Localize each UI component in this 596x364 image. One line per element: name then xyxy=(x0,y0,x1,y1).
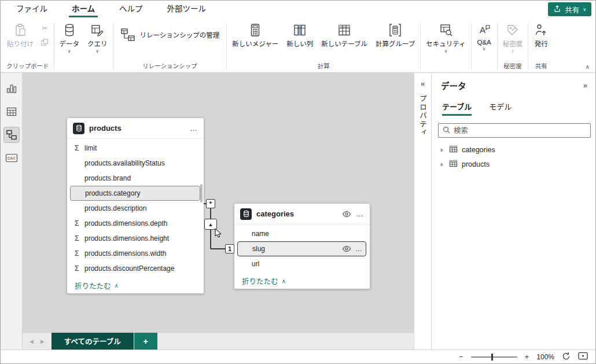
qa-label: Q&A xyxy=(477,39,491,46)
sigma-icon: Σ xyxy=(75,264,84,273)
powerbi-window: ファイル ホーム ヘルプ 外部ツール 共有 ∨ 貼り付け ✂ クリップボード xyxy=(0,0,596,364)
table-title: categories xyxy=(256,209,337,218)
dax-query-view-icon[interactable]: DAX xyxy=(4,150,19,166)
ribbon-group-qa: A Q&A ∨ xyxy=(473,19,496,72)
field-row[interactable]: Σ products.dimensions.height xyxy=(67,231,204,246)
search-box[interactable] xyxy=(438,123,591,138)
table-badge-icon xyxy=(240,208,252,220)
ribbon: 貼り付け ✂ クリップボード データ ∨ クエリ ∨ xyxy=(1,18,595,73)
chevron-expand-icon[interactable]: › xyxy=(440,145,445,154)
more-options-icon[interactable]: … xyxy=(356,209,364,218)
tab-tables[interactable]: テーブル xyxy=(442,101,472,116)
new-measure-button[interactable]: 新しいメジャー xyxy=(228,20,282,49)
collapse-ribbon-icon[interactable]: ∧ xyxy=(586,64,590,70)
chevron-expand-icon[interactable]: › xyxy=(440,160,445,168)
eye-icon[interactable] xyxy=(342,211,351,218)
menu-file[interactable]: ファイル xyxy=(4,1,60,18)
field-row[interactable]: Σ products.dimensions.width xyxy=(67,246,204,261)
products-card-header[interactable]: products … xyxy=(67,118,204,139)
query-edit-icon xyxy=(90,23,105,38)
expand-properties-icon[interactable]: « xyxy=(421,80,425,87)
next-tab-icon[interactable]: ▶ xyxy=(41,339,45,344)
data-pane-tabs: テーブル モデル xyxy=(432,94,595,116)
new-table-icon xyxy=(337,23,352,38)
calculation-group-label: 計算グループ xyxy=(376,39,415,48)
field-row[interactable]: products.availabilityStatus xyxy=(67,156,204,171)
field-name: slug xyxy=(252,245,342,253)
ribbon-group-security: セキュリティ ∨ xyxy=(422,19,469,72)
collapse-card-link[interactable]: 折りたたむ ∧ xyxy=(234,273,370,289)
view-switcher: DAX xyxy=(1,73,23,350)
zoom-level: 100% xyxy=(536,353,554,361)
tree-item-label: products xyxy=(462,160,490,168)
new-column-button[interactable]: 新しい列 xyxy=(282,20,317,49)
security-label: セキュリティ xyxy=(426,39,465,48)
menu-external-tools[interactable]: 外部ツール xyxy=(155,1,219,18)
publish-button[interactable]: 発行 xyxy=(529,20,553,49)
fit-to-screen-icon[interactable] xyxy=(578,352,588,362)
calculation-group-button[interactable]: 計算グループ xyxy=(371,20,419,49)
field-row[interactable]: Σ products.dimensions.depth xyxy=(67,216,204,231)
data-button[interactable]: データ ∨ xyxy=(56,20,84,54)
cut-icon[interactable]: ✂ xyxy=(40,24,49,33)
qa-button[interactable]: A Q&A ∨ xyxy=(473,20,496,52)
field-row[interactable]: name xyxy=(234,226,370,241)
zoom-out-button[interactable]: − xyxy=(459,352,463,361)
categories-table-card[interactable]: categories … name slug … xyxy=(234,204,370,289)
query-label: クエリ xyxy=(87,39,108,48)
ribbon-group-sensitivity: 秘密度 ∨ 秘密度 xyxy=(499,19,527,72)
share-icon xyxy=(553,5,561,14)
menu-home[interactable]: ホーム xyxy=(60,1,107,18)
card-scrollbar[interactable] xyxy=(200,184,203,203)
zoom-in-button[interactable]: + xyxy=(525,352,529,361)
more-options-icon[interactable]: … xyxy=(190,124,198,133)
field-row[interactable]: products.brand xyxy=(67,171,204,186)
field-row-selected[interactable]: slug … xyxy=(237,241,366,256)
sigma-icon: Σ xyxy=(75,144,84,152)
ribbon-separator xyxy=(528,23,528,69)
tree-item-categories[interactable]: › categories xyxy=(432,142,595,157)
field-row-selected[interactable]: products.category xyxy=(70,186,200,201)
security-button[interactable]: セキュリティ ∨ xyxy=(422,20,469,54)
chevron-up-icon: ∧ xyxy=(115,282,119,289)
categories-card-header[interactable]: categories … xyxy=(234,204,370,225)
tab-model[interactable]: モデル xyxy=(489,101,512,116)
ribbon-separator xyxy=(54,23,54,69)
field-row[interactable]: products.description xyxy=(67,201,204,216)
model-canvas[interactable]: products … Σ limit products.availability… xyxy=(23,73,414,332)
search-input[interactable] xyxy=(454,127,586,135)
data-label: データ xyxy=(60,39,80,48)
share-button[interactable]: 共有 ∨ xyxy=(548,2,591,16)
field-name: name xyxy=(252,230,365,238)
ribbon-separator xyxy=(226,23,227,69)
zoom-slider[interactable] xyxy=(471,356,517,358)
collapse-data-pane-icon[interactable]: » xyxy=(583,82,587,89)
paste-button[interactable]: 貼り付け xyxy=(3,20,38,49)
properties-pane-label[interactable]: プロパティ xyxy=(417,95,428,137)
sensitivity-button[interactable]: 秘密度 ∨ xyxy=(499,20,527,54)
menu-help[interactable]: ヘルプ xyxy=(107,1,155,18)
products-table-card[interactable]: products … Σ limit products.availability… xyxy=(67,118,204,293)
field-row[interactable]: url xyxy=(234,256,370,271)
ribbon-group-relationships: リレーションシップの管理 リレーションシップ xyxy=(115,19,226,72)
table-view-icon[interactable] xyxy=(4,104,19,119)
add-layout-button[interactable]: + xyxy=(134,333,157,350)
prev-tab-icon[interactable]: ◀ xyxy=(30,339,34,344)
tree-item-products[interactable]: › products xyxy=(432,157,595,171)
ribbon-separator xyxy=(471,23,472,69)
query-button[interactable]: クエリ ∨ xyxy=(83,20,112,54)
more-options-icon[interactable]: … xyxy=(355,245,362,253)
reset-zoom-icon[interactable] xyxy=(562,352,571,362)
report-view-icon[interactable] xyxy=(4,81,19,96)
manage-relationships-button[interactable]: リレーションシップの管理 xyxy=(115,20,226,49)
field-row[interactable]: Σ limit xyxy=(67,141,204,156)
eye-icon[interactable] xyxy=(342,245,351,252)
copy-icon[interactable] xyxy=(40,38,49,47)
all-tables-tab[interactable]: すべてのテーブル xyxy=(51,333,134,350)
field-row[interactable]: Σ products.discountPercentage xyxy=(67,261,204,276)
collapse-card-link[interactable]: 折りたたむ ∧ xyxy=(67,278,204,293)
ribbon-group-share: 発行 共有 xyxy=(529,19,553,72)
new-table-button[interactable]: 新しいテーブル xyxy=(317,20,371,49)
zoom-slider-thumb[interactable] xyxy=(491,354,493,361)
model-view-icon[interactable] xyxy=(4,127,19,142)
